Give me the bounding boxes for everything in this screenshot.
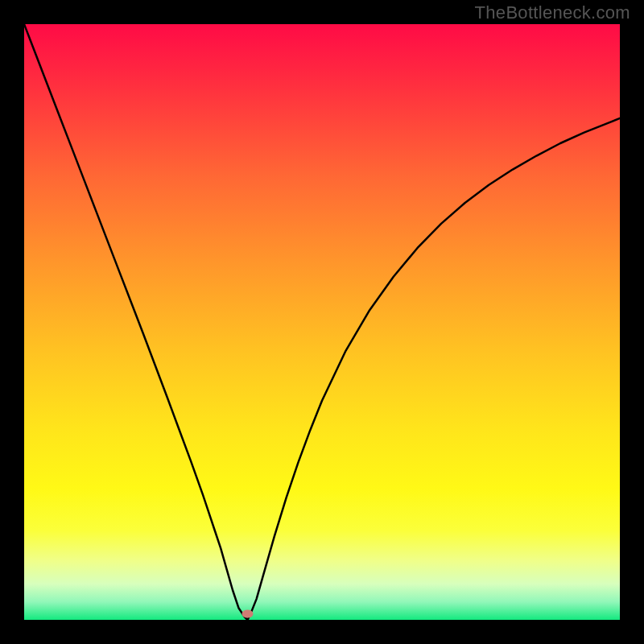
chart-container: TheBottleneck.com [0, 0, 644, 644]
minimum-marker [242, 610, 254, 618]
watermark-text: TheBottleneck.com [475, 2, 630, 23]
plot-area [24, 24, 620, 620]
bottleneck-chart [24, 24, 620, 620]
gradient-background [24, 24, 620, 620]
